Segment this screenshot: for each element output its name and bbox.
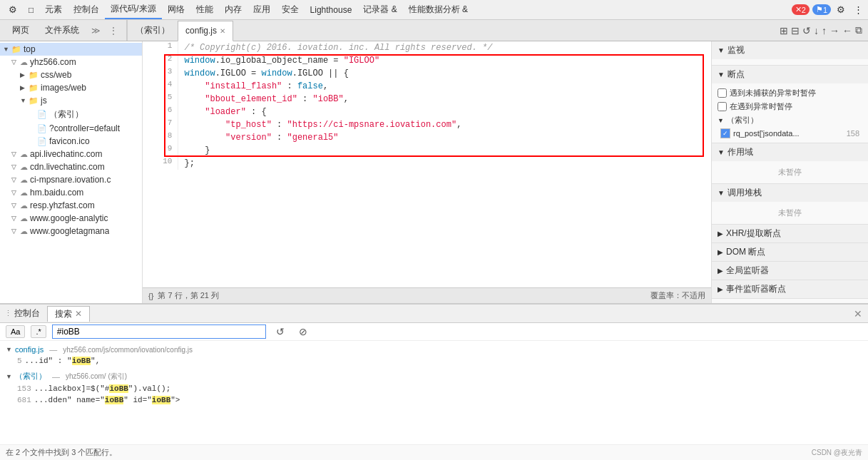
line-code[interactable]: "loader" : { <box>178 106 711 118</box>
line-code[interactable]: "install_flash" : false, <box>178 80 711 93</box>
error-count: 2 <box>802 6 806 14</box>
debug-section-header[interactable]: ▼断点 <box>712 66 868 83</box>
tab-config-js[interactable]: config.js ✕ <box>178 21 233 41</box>
debug-breakpoint-item[interactable]: ✓rq_post['jsondata...158 <box>718 127 862 140</box>
case-sensitive-button[interactable]: Aa <box>6 325 25 338</box>
cursor-position: 第 7 行，第 21 列 <box>158 290 219 301</box>
warning-badge[interactable]: ⚑ 1 <box>812 4 831 15</box>
line-code[interactable]: "tp_host" : "https://ci-mpsnare.iovation… <box>178 118 711 131</box>
tree-item[interactable]: ▽☁yhz566.com <box>0 56 142 68</box>
debug-section: ▶全局监听器 <box>712 262 868 280</box>
tree-arrow-icon: ▼ <box>20 97 29 104</box>
debug-section-header[interactable]: ▼调用堆栈 <box>712 184 868 202</box>
line-code[interactable]: } <box>178 144 711 157</box>
tree-item-icon: 📁 <box>29 71 39 80</box>
tree-item-label: www.googletagmana <box>30 226 109 236</box>
clear-search-button[interactable]: ⊘ <box>295 324 312 339</box>
menu-performance[interactable]: 性能 <box>190 1 219 19</box>
tree-item-icon: 📁 <box>29 83 39 93</box>
nav-down-icon[interactable]: ↓ <box>814 24 819 36</box>
result-item[interactable]: 5...id" : "ioBB", <box>0 355 868 367</box>
tab-search[interactable]: 搜索 ✕ <box>47 306 90 322</box>
menu-elements[interactable]: 元素 <box>39 1 68 19</box>
tree-item[interactable]: ▼📁js <box>0 94 142 107</box>
result-group-header[interactable]: ▼config.js—yhz566.com/js/common/iovation… <box>0 344 868 355</box>
nav-left-icon[interactable]: ← <box>842 24 852 36</box>
section-arrow-icon: ▶ <box>718 267 723 275</box>
menu-memory[interactable]: 内存 <box>219 1 247 19</box>
line-code[interactable]: "version" : "general5" <box>178 131 711 144</box>
line-code[interactable]: window.IGLOO = window.IGLOO || { <box>178 67 711 80</box>
tree-item[interactable]: ▶📁images/web <box>0 81 142 94</box>
menu-security[interactable]: 安全 <box>276 1 305 19</box>
nav-right-icon[interactable]: → <box>829 24 839 36</box>
breakpoint-checkbox[interactable]: ✓ <box>720 128 730 138</box>
tab-index[interactable]: （索引） <box>128 20 178 41</box>
tree-item[interactable]: 📄favicon.ico <box>0 135 142 148</box>
debug-section-header[interactable]: ▶DOM 断点 <box>712 243 868 261</box>
tree-item-icon: ☁ <box>20 214 28 223</box>
warning-icon: ⚑ <box>816 5 823 14</box>
menu-network[interactable]: 网络 <box>162 1 190 19</box>
debug-section-header[interactable]: ▶XHR/提取断点 <box>712 225 868 242</box>
menu-recorder[interactable]: 记录器 & <box>357 1 402 19</box>
tree-item[interactable]: 📄?controller=default <box>0 122 142 135</box>
tree-item[interactable]: ▽☁ci-mpsnare.iovation.c <box>0 173 142 186</box>
tree-item[interactable]: ▽☁www.google-analytic <box>0 212 142 225</box>
tree-item[interactable]: ▽☁hm.baidu.com <box>0 186 142 199</box>
reload-icon[interactable]: ↺ <box>802 24 811 36</box>
refresh-search-button[interactable]: ↺ <box>272 324 289 339</box>
search-input[interactable] <box>52 324 266 339</box>
debug-section-header[interactable]: ▶全局监听器 <box>712 262 868 280</box>
menu-lighthouse[interactable]: Lighthouse <box>305 2 358 18</box>
more-tabs-icon[interactable]: ≫ <box>87 23 105 39</box>
debug-section-header[interactable]: ▼监视 <box>712 41 868 59</box>
regex-button[interactable]: .* <box>31 325 46 338</box>
tree-item[interactable]: ▽☁cdn.livechatinc.com <box>0 160 142 173</box>
result-item[interactable]: 153...lackbox]=$("#ioBB").val(); <box>0 383 868 394</box>
line-number: 5 <box>143 93 178 106</box>
code-area[interactable]: 1/* Copyright(c) 2016. iovation. inc. Al… <box>143 41 711 287</box>
tab-config-js-close[interactable]: ✕ <box>220 27 225 35</box>
tree-item[interactable]: ▽☁api.livechatinc.com <box>0 148 142 160</box>
split-pane-icon[interactable]: ⊞ <box>780 24 788 36</box>
debug-subgroup-header[interactable]: ▼（索引） <box>718 113 862 127</box>
settings-icon[interactable]: ⚙ <box>834 3 848 17</box>
bottom-panel-close[interactable]: ✕ <box>851 308 865 320</box>
bottom-area: ⋮ 控制台 搜索 ✕ ✕ Aa .* ↺ ⊘ ▼config.js—yhz566… <box>0 303 868 460</box>
section-arrow-icon: ▼ <box>718 189 725 197</box>
result-item[interactable]: 681...dden" name="ioBB" id="ioBB"> <box>0 394 868 406</box>
debug-section-header[interactable]: ▶事件监听器断点 <box>712 280 868 298</box>
tab-filesystem[interactable]: 文件系统 <box>37 20 87 41</box>
tree-item[interactable]: ▽☁resp.yhzfast.com <box>0 199 142 212</box>
menu-console[interactable]: 控制台 <box>68 1 105 19</box>
dock-icon[interactable]: ⧉ <box>855 24 862 36</box>
menu-application[interactable]: 应用 <box>247 1 276 19</box>
devtools-dock-icon[interactable]: □ <box>23 2 39 18</box>
nav-up-icon[interactable]: ↑ <box>822 24 827 36</box>
menu-perf-insights[interactable]: 性能数据分析 & <box>403 1 474 19</box>
split-pane2-icon[interactable]: ⊟ <box>791 24 800 36</box>
code-line: 9 } <box>143 144 711 157</box>
result-source: yhz566.com/ (索引) <box>66 372 127 382</box>
tree-item[interactable]: ▽☁www.googletagmana <box>0 225 142 237</box>
debug-checkbox[interactable] <box>718 102 727 111</box>
line-code[interactable]: }; <box>178 157 711 170</box>
tree-item[interactable]: ▶📁css/web <box>0 68 142 81</box>
menu-sources[interactable]: 源代码/来源 <box>105 0 161 19</box>
result-group-header[interactable]: ▼（索引）—yhz566.com/ (索引) <box>0 369 868 383</box>
line-code[interactable]: "bbout_element_id" : "ioBB", <box>178 93 711 106</box>
tree-arrow-icon: ▽ <box>11 215 20 222</box>
tree-item[interactable]: 📄（索引） <box>0 107 142 122</box>
options-icon[interactable]: ⋮ <box>105 23 122 39</box>
debug-checkbox[interactable] <box>718 88 727 98</box>
line-code[interactable]: window.io_global_object_name = "IGLOO" <box>178 54 711 67</box>
line-code[interactable]: /* Copyright(c) 2016. iovation. inc. All… <box>178 41 711 54</box>
debug-section-header[interactable]: ▼作用域 <box>712 143 868 161</box>
tree-item[interactable]: ▼📁top <box>0 43 142 56</box>
error-badge[interactable]: ✕ 2 <box>792 4 810 15</box>
more-icon[interactable]: ⋮ <box>851 3 865 17</box>
tab-webpage[interactable]: 网页 <box>4 20 37 41</box>
tab-console[interactable]: 控制台 <box>7 306 47 321</box>
tab-search-close[interactable]: ✕ <box>75 309 82 319</box>
